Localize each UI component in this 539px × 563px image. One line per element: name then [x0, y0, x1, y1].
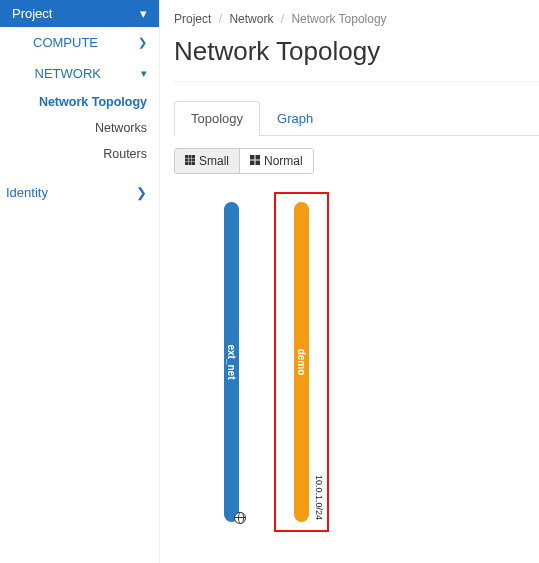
sidebar-identity[interactable]: Identity ❯ [0, 177, 159, 208]
tabs: Topology Graph [174, 100, 539, 136]
breadcrumb-network[interactable]: Network [229, 12, 273, 26]
sidebar-project-label: Project [12, 6, 52, 21]
sidebar-item-networks[interactable]: Networks [0, 115, 159, 141]
size-normal-label: Normal [264, 154, 303, 168]
chevron-down-icon: ▾ [140, 6, 147, 21]
network-bar-ext[interactable]: ext_net [224, 202, 239, 522]
svg-rect-9 [250, 155, 255, 160]
sidebar-item-routers[interactable]: Routers [0, 141, 159, 167]
main-content: Project / Network / Network Topology Net… [160, 0, 539, 563]
size-small-button[interactable]: Small [175, 149, 239, 173]
size-toggle-group: Small Normal [174, 148, 314, 174]
svg-rect-8 [192, 162, 195, 165]
sidebar-identity-label: Identity [6, 185, 48, 200]
tab-topology[interactable]: Topology [174, 101, 260, 136]
svg-rect-2 [192, 155, 195, 158]
chevron-right-icon: ❯ [136, 185, 147, 200]
svg-rect-4 [189, 159, 192, 162]
sidebar-item-topology[interactable]: Network Topology [0, 89, 159, 115]
svg-rect-6 [185, 162, 188, 165]
breadcrumb-project[interactable]: Project [174, 12, 211, 26]
svg-rect-5 [192, 159, 195, 162]
chevron-down-icon: ▾ [141, 67, 147, 80]
breadcrumb-sep: / [281, 12, 284, 26]
svg-rect-3 [185, 159, 188, 162]
svg-rect-1 [189, 155, 192, 158]
sidebar-project[interactable]: Project ▾ [0, 0, 159, 27]
page-title: Network Topology [174, 36, 539, 82]
sidebar-network[interactable]: NETWORK ▾ [0, 58, 159, 89]
chevron-right-icon: ❯ [138, 36, 147, 49]
breadcrumb-sep: / [219, 12, 222, 26]
svg-rect-7 [189, 162, 192, 165]
breadcrumb: Project / Network / Network Topology [174, 8, 539, 36]
breadcrumb-current: Network Topology [291, 12, 386, 26]
svg-rect-11 [250, 161, 255, 166]
sidebar-compute[interactable]: COMPUTE ❯ [0, 27, 159, 58]
tab-graph[interactable]: Graph [260, 101, 330, 136]
grid-normal-icon [250, 155, 260, 167]
svg-rect-12 [256, 161, 261, 166]
topology-canvas: ext_net demo 10.0.1.0/24 [174, 192, 539, 532]
sidebar-compute-label: COMPUTE [33, 35, 98, 50]
svg-rect-10 [256, 155, 261, 160]
network-label-ext: ext_net [226, 344, 237, 379]
network-cidr-demo: 10.0.1.0/24 [314, 475, 324, 520]
sidebar-network-label: NETWORK [35, 66, 101, 81]
size-small-label: Small [199, 154, 229, 168]
sidebar: Project ▾ COMPUTE ❯ NETWORK ▾ Network To… [0, 0, 160, 563]
network-label-demo: demo [296, 349, 307, 376]
grid-small-icon [185, 155, 195, 167]
external-network-icon [234, 512, 246, 524]
size-normal-button[interactable]: Normal [239, 149, 313, 173]
network-bar-demo[interactable]: demo [294, 202, 309, 522]
svg-rect-0 [185, 155, 188, 158]
